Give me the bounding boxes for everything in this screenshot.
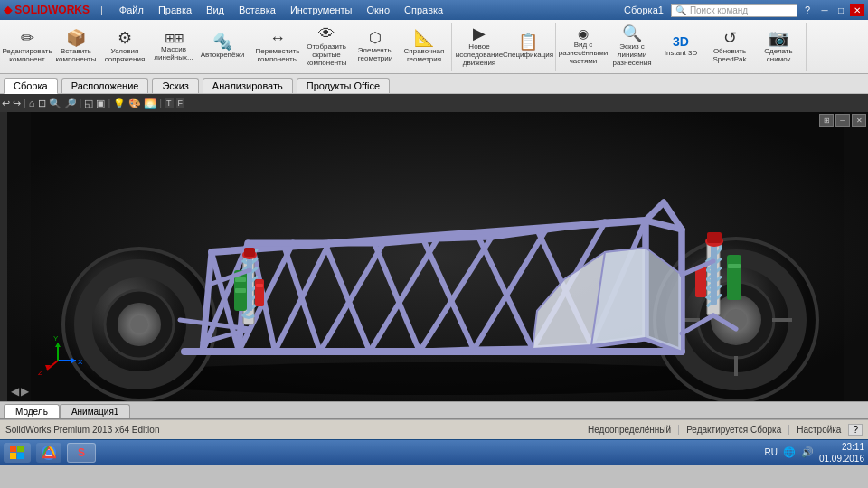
instant3d-button[interactable]: 3D Instant 3D	[657, 24, 704, 70]
menu-file[interactable]: Файл	[114, 3, 149, 17]
view-front[interactable]: F	[176, 98, 185, 108]
solidworks-logo: ◆ SOLIDWORKS	[4, 4, 90, 16]
tab-bar: Сборка Расположение Эскиз Анализировать …	[0, 74, 868, 94]
show-hidden-button[interactable]: 👁 Отобразить скрытые компоненты	[303, 24, 350, 70]
help-icon[interactable]: ?	[805, 5, 810, 15]
view-lights[interactable]: 💡	[113, 98, 126, 109]
chrome-button[interactable]	[36, 443, 61, 463]
menu-window[interactable]: Окно	[361, 3, 395, 17]
reference-geometry-button[interactable]: 📐 Справочная геометрия	[401, 24, 448, 70]
update-speedpak-button[interactable]: ↺ Обновить SpeedPak	[706, 24, 753, 70]
help-button[interactable]: ?	[848, 424, 863, 436]
move-component-button[interactable]: ↔ Переместить компоненты	[254, 24, 301, 70]
menu-insert[interactable]: Вставка	[233, 3, 281, 17]
view-zoom-out[interactable]: 🔎	[64, 98, 77, 109]
tab-assembly[interactable]: Сборка	[4, 78, 58, 94]
view-zoom-in[interactable]: 🔍	[49, 98, 61, 109]
view-section[interactable]: ▣	[96, 98, 105, 109]
svg-rect-67	[247, 257, 252, 311]
settings-label[interactable]: Настройка	[797, 425, 841, 435]
solidworks-taskbar-button[interactable]: S	[67, 443, 96, 463]
fastener-icon: 🔩	[212, 33, 232, 50]
lines-icon: 🔍	[622, 25, 642, 42]
search-placeholder[interactable]: Поиск команд	[690, 5, 748, 15]
sw-version: SolidWorks Premium 2013 x64 Edition	[5, 425, 159, 435]
reference-icon: 📐	[414, 30, 434, 46]
maximize-button[interactable]: □	[834, 4, 848, 16]
window-controls: ─ □ ✕	[817, 4, 864, 16]
start-button[interactable]	[4, 443, 31, 463]
view-separator: |	[24, 98, 26, 108]
view-home[interactable]: ⌂	[29, 98, 35, 108]
svg-text:X: X	[78, 358, 83, 366]
view-btn-2[interactable]: ↪	[13, 98, 21, 109]
menu-help[interactable]: Справка	[399, 3, 448, 17]
view-top[interactable]: T	[165, 98, 174, 108]
network-icon: 🌐	[783, 446, 796, 458]
close-viewport[interactable]: ✕	[852, 114, 866, 127]
scroll-nav[interactable]: ◀ ▶	[11, 385, 29, 398]
smartfastener-button[interactable]: 🔩 Автокрепёжи	[199, 24, 246, 70]
menu-edit[interactable]: Правка	[153, 3, 197, 17]
maximize-viewport[interactable]: ⊞	[819, 114, 834, 127]
linear-pattern-button[interactable]: ⊞⊞ Массив линейных...	[150, 24, 197, 70]
edit-icon: ✏	[21, 30, 34, 46]
svg-rect-99	[10, 453, 16, 459]
svg-rect-100	[17, 453, 24, 459]
windows-logo-icon	[10, 446, 24, 460]
hidden-icon: 👁	[318, 25, 335, 42]
speedpak-icon: ↺	[723, 30, 737, 46]
volume-icon[interactable]: 🔊	[801, 446, 814, 458]
assembly-features-button[interactable]: ⬡ Элементы геометрии	[352, 24, 399, 70]
svg-line-54	[438, 237, 492, 239]
view-zoom-fit[interactable]: ⊡	[38, 98, 46, 109]
instant3d-icon: 3D	[673, 35, 689, 48]
viewport-controls: ⊞ ─ ✕	[819, 114, 866, 127]
model-state: Недоопределённый	[588, 425, 679, 435]
exploded-view-button[interactable]: ◉ Вид с разнесёнными частями	[560, 24, 607, 70]
restore-viewport[interactable]: ─	[835, 114, 850, 127]
main-toolbar: ✏ Редактировать компонент 📦 Вставить ком…	[0, 20, 868, 74]
viewport[interactable]: ⊞ ─ ✕	[7, 112, 868, 401]
new-study-button[interactable]: ▶ Новое исследование движения	[456, 24, 503, 70]
tab-model[interactable]: Модель	[4, 404, 60, 418]
tab-office[interactable]: Продукты Office	[297, 78, 390, 93]
close-button[interactable]: ✕	[850, 4, 864, 16]
svg-rect-72	[235, 288, 246, 293]
chrome-icon	[42, 446, 56, 460]
car-3d-view: X Y Z	[7, 112, 868, 401]
svg-point-17	[130, 315, 148, 333]
explode-lines-button[interactable]: 🔍 Эскиз с линиями разнесения	[609, 24, 656, 70]
view-display[interactable]: ◱	[84, 98, 93, 109]
svg-rect-79	[727, 255, 741, 300]
bottom-tabs: Модель Анимация1	[0, 401, 868, 419]
snapshot-icon: 📷	[769, 30, 788, 46]
date-display: 01.09.2016	[819, 453, 864, 465]
menu-tools[interactable]: Инструменты	[285, 3, 358, 17]
menu-view[interactable]: Вид	[201, 3, 230, 17]
toolbar-group-1: ✏ Редактировать компонент 📦 Вставить ком…	[4, 23, 250, 71]
insert-component-button[interactable]: 📦 Вставить компоненты	[52, 24, 99, 70]
title-text: Сборка1	[624, 5, 664, 15]
toolbar-group-2: ↔ Переместить компоненты 👁 Отобразить ск…	[254, 23, 452, 71]
minimize-button[interactable]: ─	[817, 4, 832, 16]
edit-component-button[interactable]: ✏ Редактировать компонент	[4, 24, 51, 70]
tab-animation1[interactable]: Анимация1	[60, 404, 131, 418]
snapshot-button[interactable]: 📷 Сделать снимок	[755, 24, 802, 70]
taskbar-left: S	[4, 443, 96, 463]
view-btn-1[interactable]: ↩	[2, 98, 10, 109]
bom-button[interactable]: 📋 Спецификация	[505, 24, 552, 70]
svg-rect-97	[10, 446, 16, 452]
svg-line-46	[420, 350, 474, 352]
view-appearance[interactable]: 🎨	[128, 98, 141, 109]
mate-conditions-button[interactable]: ⚙ Условия сопряжения	[101, 24, 148, 70]
view-scene[interactable]: 🌅	[144, 98, 156, 109]
tab-layout[interactable]: Расположение	[61, 78, 149, 93]
toolbar-group-4: ◉ Вид с разнесёнными частями 🔍 Эскиз с л…	[560, 23, 807, 71]
tab-sketch[interactable]: Эскиз	[152, 78, 198, 93]
svg-rect-69	[244, 248, 255, 257]
main-area: ⊞ ─ ✕	[0, 112, 868, 401]
move-icon: ↔	[269, 30, 286, 46]
svg-rect-98	[17, 446, 24, 452]
tab-analyze[interactable]: Анализировать	[203, 78, 293, 93]
